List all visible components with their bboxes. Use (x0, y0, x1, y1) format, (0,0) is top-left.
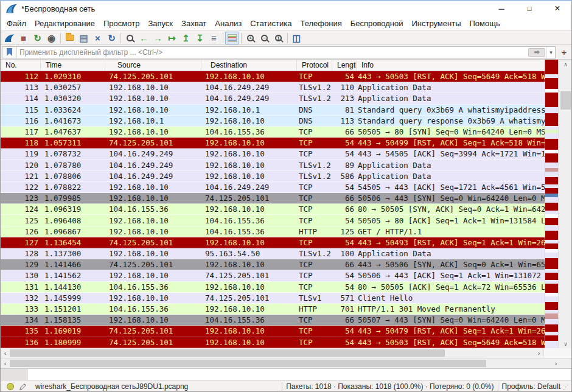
horizontal-scrollbar-list[interactable]: ‹ › (1, 348, 571, 358)
cell-protocol: TCP (297, 194, 332, 203)
packet-row-131[interactable]: 1311.144130104.16.155.36192.168.10.10TCP… (1, 282, 545, 293)
menu-item-2[interactable]: Просмотр (99, 17, 144, 30)
scroll-right-arrow-icon[interactable]: › (551, 359, 560, 368)
scroll-left-arrow-icon[interactable]: ‹ (1, 359, 10, 368)
expert-info-icon[interactable] (7, 383, 14, 390)
horizontal-scrollbar-track[interactable] (10, 348, 534, 358)
horizontal-scrollbar-thumb[interactable] (10, 349, 445, 357)
packet-row-136[interactable]: 1361.18099974.125.205.101192.168.10.10TC… (1, 337, 545, 348)
filter-bookmark-button[interactable] (2, 47, 17, 58)
packet-row-135[interactable]: 1351.16901974.125.205.101192.168.10.10TC… (1, 326, 545, 337)
apply-filter-button[interactable]: ➡ (528, 48, 545, 57)
horizontal-scrollbar-thumb[interactable] (10, 360, 486, 367)
vertical-scrollbar[interactable]: ∧ ∨ (558, 60, 572, 348)
stop-capture-icon[interactable]: ■ (16, 32, 30, 44)
minimize-button[interactable]: ─ (487, 1, 515, 16)
packet-row-125[interactable]: 1251.096408192.168.10.10104.16.155.36TCP… (1, 215, 545, 226)
cell-protocol: TCP (297, 238, 332, 247)
close-file-icon[interactable]: × (91, 32, 105, 44)
vertical-scrollbar-thumb[interactable] (560, 91, 571, 110)
packet-row-128[interactable]: 1281.137300192.168.10.1095.163.54.50TLSv… (1, 248, 545, 259)
menu-item-6[interactable]: Статистика (246, 17, 296, 30)
go-last-packet-icon[interactable]: ↧ (193, 32, 207, 44)
packet-row-130[interactable]: 1301.141562192.168.10.1074.125.205.101TC… (1, 270, 545, 281)
packet-row-115[interactable]: 1151.033624192.168.10.10192.168.10.1DNS8… (1, 105, 545, 116)
add-filter-button[interactable]: + (558, 46, 570, 58)
scroll-down-arrow-icon[interactable]: ∨ (559, 339, 572, 348)
column-header-protocol[interactable]: Protocol (297, 60, 332, 71)
cell-no: 133 (1, 304, 41, 313)
menu-item-9[interactable]: Инструменты (407, 17, 465, 30)
packet-row-118[interactable]: 1181.05731174.125.205.101192.168.10.10TC… (1, 138, 545, 149)
capture-options-icon[interactable]: ◉ (44, 32, 58, 44)
restart-capture-icon[interactable]: ↻ (30, 32, 44, 44)
packet-row-124[interactable]: 1241.096319104.16.155.36192.168.10.10TCP… (1, 204, 545, 215)
profile-label[interactable]: Профиль: Default (502, 382, 561, 391)
zoom-out-icon[interactable]: − (257, 32, 271, 44)
scroll-up-arrow-icon[interactable]: ∧ (559, 60, 572, 69)
packet-row-114[interactable]: 1141.030320192.168.10.10104.16.249.249TL… (1, 93, 545, 104)
packet-row-134[interactable]: 1341.158135192.168.10.10104.16.155.36TCP… (1, 315, 545, 326)
column-header-destination[interactable]: Destination (201, 60, 297, 71)
go-to-packet-icon[interactable]: ↦ (165, 32, 179, 44)
filter-dropdown-caret[interactable]: ▾ (546, 47, 555, 58)
packet-row-127[interactable]: 1271.13645474.125.205.101192.168.10.10TC… (1, 237, 545, 248)
menu-item-8[interactable]: Беспроводной (346, 17, 408, 30)
packet-row-126[interactable]: 1261.096867192.168.10.10104.16.155.36HTT… (1, 226, 545, 237)
column-header-source[interactable]: Source (105, 60, 201, 71)
column-header-no[interactable]: No. (1, 60, 41, 71)
cell-info: 443 → 50499 [RST, ACK] Seq=1 Ack=518 Win… (357, 138, 545, 147)
menu-item-4[interactable]: Захват (177, 17, 211, 30)
packet-row-120[interactable]: 1201.078780104.16.249.249192.168.10.10TL… (1, 160, 545, 171)
menu-item-1[interactable]: Редактирование (30, 17, 99, 30)
close-button[interactable]: × (543, 1, 571, 16)
menu-item-0[interactable]: Файл (2, 17, 30, 30)
column-header-length[interactable]: Length (332, 60, 357, 71)
packet-row-113[interactable]: 1131.030257192.168.10.10104.16.249.249TL… (1, 82, 545, 93)
scroll-right-arrow-icon[interactable]: › (534, 348, 543, 358)
packet-row-133[interactable]: 1331.151201104.16.155.36192.168.10.10HTT… (1, 304, 545, 315)
go-first-packet-icon[interactable]: ↥ (179, 32, 193, 44)
intelligent-scrollbar-minimap[interactable] (545, 60, 558, 348)
menu-item-3[interactable]: Запуск (144, 17, 177, 30)
packet-row-119[interactable]: 1191.078732104.16.249.249192.168.10.10TC… (1, 149, 545, 159)
save-file-icon[interactable]: ▤ (77, 32, 91, 44)
menu-item-7[interactable]: Телефония (296, 17, 346, 30)
scroll-left-arrow-icon[interactable]: ‹ (1, 348, 10, 358)
resize-grip-icon[interactable]: ⋰ (563, 383, 570, 390)
packet-row-123[interactable]: 1231.079985192.168.10.1074.125.205.101TC… (1, 193, 545, 204)
cell-info: Client Hello (357, 293, 545, 303)
maximize-button[interactable]: □ (515, 1, 543, 16)
cell-length: 81 (332, 105, 357, 114)
horizontal-scrollbar-track[interactable] (10, 359, 551, 368)
packet-row-117[interactable]: 1171.047637192.168.10.10104.16.155.36TCP… (1, 127, 545, 138)
menu-item-10[interactable]: Помощь (466, 17, 504, 30)
horizontal-scrollbar-pane[interactable]: ‹ › (1, 358, 571, 368)
cell-destination: 95.163.54.50 (201, 249, 297, 258)
zoom-in-icon[interactable]: + (243, 32, 257, 44)
menu-item-5[interactable]: Анализ (211, 17, 246, 30)
find-packet-icon[interactable] (123, 32, 137, 44)
packet-row-121[interactable]: 1211.078806104.16.249.249192.168.10.10TL… (1, 171, 545, 182)
display-filter-input[interactable] (17, 47, 528, 57)
packet-row-112[interactable]: 1121.02931074.125.205.101192.168.10.10TC… (1, 71, 545, 82)
colorize-packets-icon[interactable] (225, 32, 239, 44)
reload-file-icon[interactable]: ↻ (105, 32, 119, 44)
packet-row-122[interactable]: 1221.078822192.168.10.10104.16.249.249TC… (1, 182, 545, 193)
column-header-info[interactable]: Info (357, 60, 545, 71)
column-header-time[interactable]: Time (41, 60, 105, 71)
cell-protocol: TLSv1 (297, 293, 332, 303)
go-back-icon[interactable]: ← (137, 32, 151, 44)
go-forward-icon[interactable]: → (151, 32, 165, 44)
auto-scroll-icon[interactable]: ≡ (207, 32, 221, 44)
zoom-normal-icon[interactable]: 1 (271, 32, 285, 44)
packet-row-129[interactable]: 1291.14146674.125.205.101192.168.10.10TC… (1, 259, 545, 270)
resize-columns-icon[interactable]: ◫ (290, 32, 304, 44)
cell-source: 192.168.10.10 (105, 216, 201, 225)
packet-row-116[interactable]: 1161.041673192.168.10.1192.168.10.10DNS1… (1, 116, 545, 127)
start-capture-icon[interactable] (2, 32, 16, 44)
main-toolbar: ■↻◉▤×↻←→↦↥↧≡+−1◫ (1, 30, 571, 45)
capture-comment-icon[interactable] (19, 383, 27, 391)
open-file-icon[interactable] (63, 32, 77, 44)
packet-row-132[interactable]: 1321.145999192.168.10.1074.125.205.101TL… (1, 293, 545, 304)
